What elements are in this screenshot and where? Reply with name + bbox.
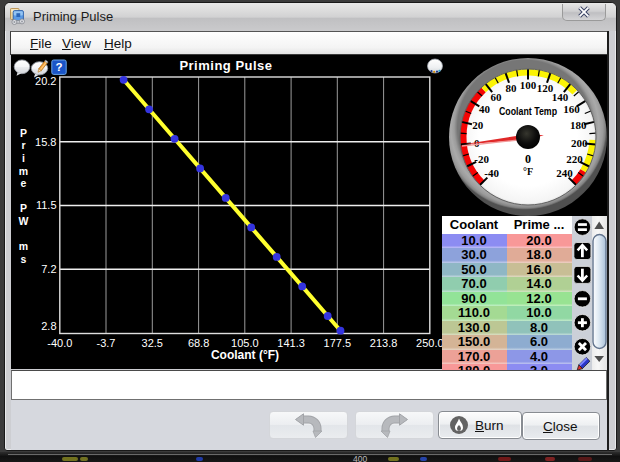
svg-text:e: e (21, 177, 27, 189)
svg-text:141.3: 141.3 (277, 337, 305, 349)
svg-text:100: 100 (519, 79, 536, 91)
svg-text:P: P (20, 127, 27, 139)
svg-text:11.5: 11.5 (36, 199, 57, 211)
svg-text:°F: °F (522, 165, 532, 176)
svg-text:20: 20 (472, 119, 484, 131)
svg-text:80: 80 (505, 82, 517, 94)
svg-text:40: 40 (478, 103, 490, 115)
svg-text:7.2: 7.2 (41, 263, 56, 275)
svg-text:-40.0: -40.0 (47, 337, 72, 349)
svg-text:180: 180 (569, 119, 586, 131)
svg-text:r: r (21, 139, 25, 151)
svg-text:?: ? (55, 61, 62, 73)
svg-text:0: 0 (525, 152, 531, 166)
svg-text:220: 220 (566, 153, 583, 165)
svg-text:140: 140 (551, 90, 568, 102)
svg-text:Priming Pulse: Priming Pulse (179, 58, 272, 73)
svg-text:160: 160 (563, 103, 580, 115)
svg-text:s: s (21, 253, 27, 265)
svg-text:m: m (19, 165, 28, 177)
svg-text:-20: -20 (474, 153, 489, 165)
svg-text:i: i (22, 152, 25, 164)
svg-text:250.0: 250.0 (416, 337, 444, 349)
svg-text:-3.7: -3.7 (97, 337, 116, 349)
svg-text:-40: -40 (484, 167, 499, 179)
svg-text:Coolant (°F): Coolant (°F) (211, 348, 279, 362)
svg-text:105.0: 105.0 (231, 337, 259, 349)
svg-text:P: P (20, 202, 27, 214)
svg-text:32.5: 32.5 (142, 337, 163, 349)
svg-text:213.8: 213.8 (370, 337, 398, 349)
svg-text:200: 200 (570, 136, 587, 148)
svg-text:Coolant Temp: Coolant Temp (499, 105, 557, 117)
svg-text:60: 60 (490, 90, 502, 102)
svg-text:W: W (19, 215, 29, 227)
svg-text:m: m (19, 240, 28, 252)
svg-text:2.8: 2.8 (41, 320, 56, 332)
svg-text:68.8: 68.8 (188, 337, 209, 349)
svg-text:15.8: 15.8 (35, 136, 56, 148)
svg-text:240: 240 (556, 167, 573, 179)
svg-text:177.5: 177.5 (324, 337, 352, 349)
